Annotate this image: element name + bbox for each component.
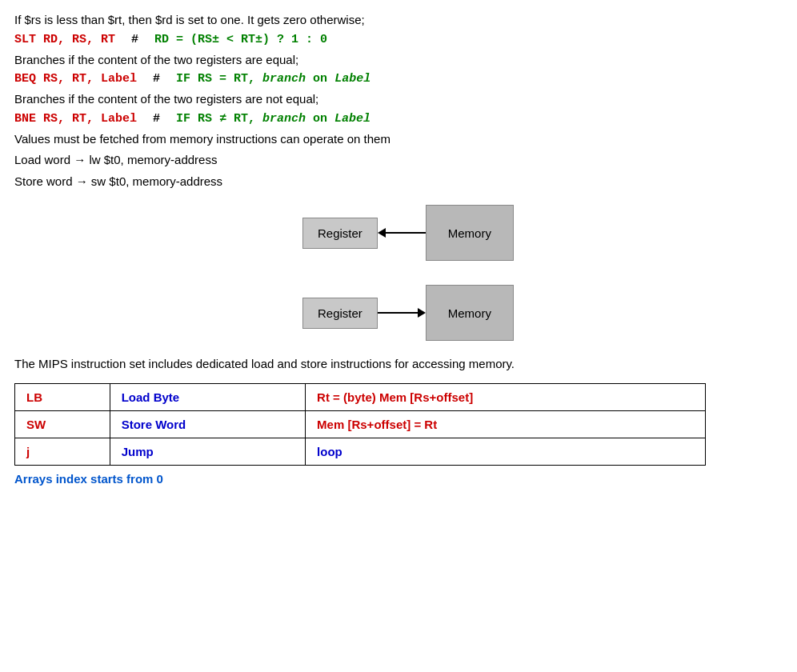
- beq-comment-pre: IF RS = RT,: [176, 72, 255, 86]
- slt-instruction-line: SLT RD, RS, RT # RD = (RS± < RT±) ? 1 : …: [14, 33, 783, 46]
- beq-desc: Branches if the content of the two regis…: [14, 51, 783, 70]
- slt-comment: RD = (RS± < RT±) ? 1 : 0: [154, 33, 327, 46]
- arrow-load: [378, 228, 426, 238]
- arrays-note: Arrays index starts from 0: [14, 472, 783, 486]
- table-row-lb: LB Load Byte Rt = (byte) Mem [Rs+offset]: [15, 383, 706, 410]
- bne-branch: branch: [262, 112, 306, 126]
- mips-line: The MIPS instruction set includes dedica…: [14, 355, 783, 374]
- td-j-code: j: [15, 438, 110, 465]
- beq-label: Label: [334, 72, 370, 86]
- bne-hash: #: [153, 112, 160, 126]
- memory-box-store: Memory: [426, 285, 514, 341]
- memory-line1: Values must be fetched from memory instr…: [14, 130, 783, 149]
- instruction-table: LB Load Byte Rt = (byte) Mem [Rs+offset]…: [14, 383, 706, 466]
- beq-comment: IF RS = RT, branch on Label: [176, 72, 370, 86]
- arrow-line-load: [386, 232, 426, 234]
- td-sw-name: Store Word: [110, 410, 305, 438]
- intro-line1: If $rs is less than $rt, then $rd is set…: [14, 11, 783, 30]
- td-j-name: Jump: [110, 438, 305, 465]
- td-sw-desc: Mem [Rs+offset] = Rt: [306, 410, 706, 438]
- td-lb-name: Load Byte: [110, 383, 305, 410]
- slt-hash: #: [131, 33, 138, 46]
- bne-code: BNE RS, RT, Label: [14, 112, 137, 126]
- memory-line2: Load word → lw $t0, memory-address: [14, 151, 783, 170]
- arrow-line-store: [378, 312, 418, 314]
- diagram-load: Register Memory: [302, 205, 514, 261]
- beq-branch: branch: [262, 72, 306, 86]
- slt-code: SLT RD, RS, RT: [14, 33, 115, 46]
- memory-box-load: Memory: [426, 205, 514, 261]
- bne-label: Label: [334, 112, 370, 126]
- register-box-store: Register: [302, 298, 378, 329]
- register-box-load: Register: [302, 218, 378, 249]
- table-row-j: j Jump loop: [15, 438, 706, 465]
- td-lb-code: LB: [15, 383, 110, 410]
- td-sw-code: SW: [15, 410, 110, 438]
- beq-code: BEQ RS, RT, Label: [14, 72, 137, 86]
- bne-on: on: [306, 112, 334, 126]
- arrow-head-right-icon: [418, 308, 426, 318]
- memory-line3: Store word → sw $t0, memory-address: [14, 173, 783, 191]
- bne-desc: Branches if the content of the two regis…: [14, 90, 783, 109]
- bne-comment: IF RS ≠ RT, branch on Label: [176, 112, 370, 126]
- diagram-store: Register Memory: [302, 285, 514, 341]
- arrow-head-left-icon: [378, 228, 386, 238]
- diagrams: Register Memory Register Memory: [14, 205, 783, 341]
- table-row-sw: SW Store Word Mem [Rs+offset] = Rt: [15, 410, 706, 438]
- bne-instruction-line: BNE RS, RT, Label # IF RS ≠ RT, branch o…: [14, 112, 783, 126]
- beq-instruction-line: BEQ RS, RT, Label # IF RS = RT, branch o…: [14, 72, 783, 86]
- td-j-desc: loop: [306, 438, 706, 465]
- arrow-store: [378, 308, 426, 318]
- beq-hash: #: [153, 72, 160, 86]
- bne-if: IF RS ≠ RT,: [176, 112, 262, 126]
- instruction-table-section: LB Load Byte Rt = (byte) Mem [Rs+offset]…: [14, 383, 783, 486]
- beq-on: on: [306, 72, 334, 86]
- td-lb-desc: Rt = (byte) Mem [Rs+offset]: [306, 383, 706, 410]
